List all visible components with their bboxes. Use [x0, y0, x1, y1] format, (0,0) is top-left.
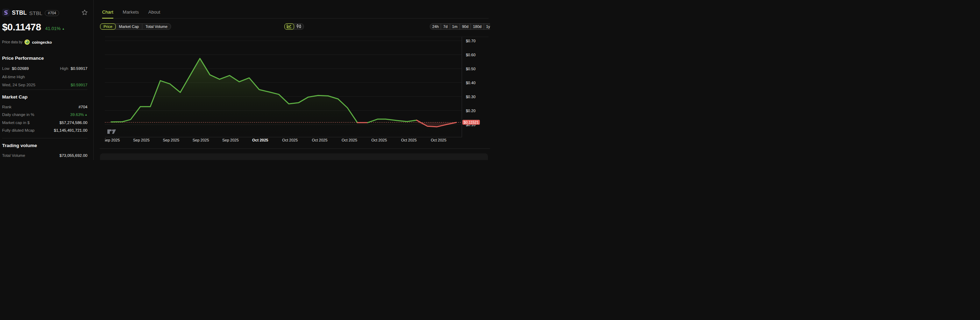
- ath-value: $0.59917: [71, 83, 88, 87]
- y-tick-label: $0.70: [466, 38, 487, 43]
- trading-volume-title: Trading volume: [2, 143, 37, 148]
- coin-logo: [2, 9, 10, 16]
- y-tick-label: $0.50: [466, 67, 487, 71]
- up-arrow-icon: ▲: [62, 27, 65, 30]
- stat-row: Fully diluted Mcap$1,145,491,721.00: [2, 128, 88, 132]
- stbl-logo-icon: [3, 10, 9, 16]
- x-axis-line: [105, 137, 462, 137]
- x-tick-label: Oct 2025: [335, 138, 364, 142]
- chart-type-toggle: [284, 24, 304, 30]
- x-axis-labels: Sep 2025Sep 2025Sep 2025Sep 2025Sep 2025…: [105, 138, 462, 143]
- rank-badge: #704: [45, 10, 59, 16]
- x-tick-label: Oct 2025: [364, 138, 394, 142]
- stat-value: 39.63% ▲: [70, 112, 88, 117]
- coin-name: STBL: [12, 10, 27, 16]
- ath-label: All-time High: [2, 75, 25, 79]
- stat-label: Rank: [2, 105, 11, 109]
- range-button-24h[interactable]: 24h: [430, 24, 441, 29]
- attribution-prefix: Price data by: [2, 40, 22, 44]
- stat-value: $1,145,491,721.00: [54, 128, 88, 132]
- tradingview-icon: [107, 128, 117, 134]
- x-tick-label: Oct 2025: [275, 138, 305, 142]
- market-cap-title: Market Cap: [2, 94, 28, 100]
- metric-button-market-cap[interactable]: Market Cap: [115, 24, 142, 29]
- range-button-1m[interactable]: 1m: [450, 24, 460, 29]
- stat-value: #704: [78, 105, 88, 109]
- stat-row: Daily change in %39.63% ▲: [2, 112, 88, 117]
- y-tick-label: $0.20: [466, 108, 487, 113]
- chart-tabbar: ChartMarketsAbout: [102, 10, 488, 19]
- range-button-90d[interactable]: 90d: [460, 24, 471, 29]
- sidebar: STBL STBL #704 $0.11478 41.01% ▲ Price d…: [0, 0, 93, 160]
- x-tick-label: Oct 2025: [245, 138, 275, 142]
- stat-row: Rank#704: [2, 105, 88, 109]
- metric-button-total-volume[interactable]: Total Volume: [142, 24, 171, 29]
- next-section-panel: [100, 154, 488, 160]
- price-chart[interactable]: [105, 37, 462, 137]
- tab-markets[interactable]: Markets: [123, 10, 139, 18]
- coingecko-icon: [24, 40, 30, 45]
- price-change-24h: 41.01% ▲: [45, 26, 65, 32]
- high-price: High $0.59917: [60, 67, 88, 71]
- time-range-selector: 24h7d1m90d180d1yall: [430, 24, 490, 30]
- stat-row: Total Volume$73,055,692.00: [2, 154, 88, 158]
- ath-date: Wed, 24 Sep 2025: [2, 83, 35, 87]
- data-attribution: Price data by coingecko: [2, 40, 52, 45]
- range-button-7d[interactable]: 7d: [441, 24, 449, 29]
- chart-type-line[interactable]: [284, 24, 294, 30]
- x-tick-label: Sep 2025: [127, 138, 156, 142]
- x-tick-label: Sep 2025: [216, 138, 245, 142]
- stat-label: Market cap in $: [2, 120, 30, 125]
- metric-button-price[interactable]: Price: [100, 24, 116, 30]
- attribution-brand[interactable]: coingecko: [32, 40, 52, 44]
- x-tick-label: Oct 2025: [424, 138, 453, 142]
- x-tick-label: Sep 2025: [186, 138, 215, 142]
- x-tick-label: Sep 2025: [105, 138, 126, 142]
- x-tick-label: Sep 2025: [156, 138, 186, 142]
- tab-chart[interactable]: Chart: [102, 10, 113, 19]
- tradingview-watermark[interactable]: [107, 128, 117, 136]
- low-price: Low $0.02689: [2, 67, 29, 71]
- stat-value: $73,055,692.00: [59, 154, 88, 158]
- stat-label: Daily change in %: [2, 112, 34, 117]
- sidebar-divider-1: [2, 89, 88, 90]
- favorite-star-button[interactable]: [81, 10, 88, 16]
- up-arrow-icon: ▲: [84, 113, 88, 116]
- y-tick-label: $0.40: [466, 80, 487, 85]
- price-line-series: [105, 59, 462, 137]
- star-icon: [81, 10, 88, 15]
- y-tick-label: $0.30: [466, 94, 487, 99]
- stat-row: Market cap in $$57,274,586.00: [2, 120, 88, 125]
- chart-bottom-divider: [100, 149, 490, 149]
- candlestick-icon: [296, 24, 301, 29]
- x-tick-label: Oct 2025: [394, 138, 423, 142]
- range-button-1y[interactable]: 1y: [484, 24, 490, 29]
- stat-label: Fully diluted Mcap: [2, 128, 35, 132]
- metric-toggle: PriceMarket CapTotal Volume: [100, 24, 171, 30]
- panel-divider: [93, 0, 94, 160]
- stat-value: $57,274,586.00: [59, 120, 88, 125]
- current-price-flag: $0.11521: [462, 120, 480, 125]
- coin-symbol: STBL: [29, 10, 43, 16]
- range-button-180d[interactable]: 180d: [471, 24, 484, 29]
- sidebar-divider-2: [2, 138, 88, 138]
- tab-about[interactable]: About: [148, 10, 160, 18]
- line-chart-icon: [287, 24, 292, 29]
- current-price: $0.11478: [2, 22, 41, 32]
- stat-label: Total Volume: [2, 154, 25, 158]
- price-performance-title: Price Performance: [2, 55, 44, 61]
- x-tick-label: Oct 2025: [305, 138, 334, 142]
- y-tick-label: $0.60: [466, 52, 487, 57]
- chart-type-candles[interactable]: [294, 24, 304, 29]
